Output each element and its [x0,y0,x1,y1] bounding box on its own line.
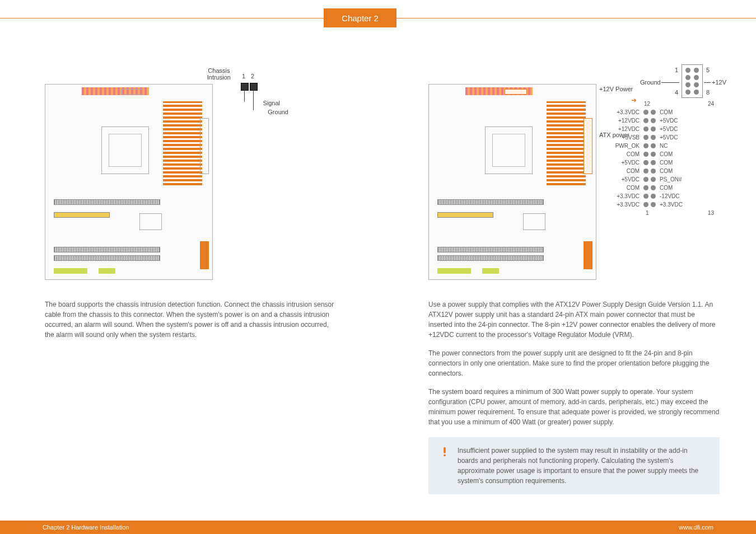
line [704,82,711,83]
exclamation-icon [438,446,450,457]
pin-dot [643,135,648,140]
dimm-slots [547,101,586,185]
note-text: Insufficient power supplied to the syste… [458,446,710,486]
power-paragraph-2: The power connectors from the power supp… [428,348,720,378]
pin-label-left: +3.3VDC [608,202,642,208]
pin-label-left: COM [608,168,642,174]
pci-slot [437,212,493,218]
pcie-slot [54,255,160,261]
24pin-connector: 12 24 +3.3VDCCOM+12VDC+5VDC+12VDC+5VDC+5… [608,101,720,216]
atx-8pin [121,89,143,95]
pin-dot [643,194,648,199]
pin-num-2: 2 [251,73,254,79]
pin1-label: 1 [675,67,678,73]
pin-dot [643,118,648,123]
pin-dot [651,202,656,207]
pin-label-left: PWR_OK [608,143,642,149]
pin-dot [643,177,648,182]
pin-label-left: +5VDC [608,176,642,182]
pin-dot [651,152,656,157]
pin-dot [651,194,656,199]
pin-label-right: +5VDC [657,134,689,140]
sata-ports [200,241,209,269]
pin-dot [651,177,656,182]
8pin-connector: 1 5 4 8 Ground +12V [682,64,703,98]
pin-label-right: COM [657,109,689,115]
line [253,91,254,110]
pin12-label: 12 [644,101,650,107]
pin-dot [643,110,648,115]
dimm-slots [163,101,202,185]
pcie-slot [437,255,544,261]
pin-dot [651,127,656,132]
pcie-slot [437,199,544,205]
pin-num-1: 1 [242,73,245,79]
pci-slot [54,212,110,218]
footer-right: www.dfi.com [679,524,713,531]
atx-24pin [200,118,209,174]
svg-rect-1 [444,447,446,453]
ground-label: Ground [268,109,288,115]
pin-label-left: +12VDC [608,126,642,132]
important-note: Insufficient power supplied to the syste… [428,437,720,494]
chapter-tab: Chapter 2 [324,8,396,27]
audio-header [437,268,471,274]
pcie-slot [54,247,160,252]
pin-label-left: +5VDC [608,160,642,166]
pin-dot [651,118,656,123]
pin-dot [651,185,656,190]
pin-label-right: COM [657,151,689,157]
power-diagram: +12V Power ATX power ➜ 1 5 4 8 Ground +1… [428,67,720,291]
plus12v-label: +12V [712,79,726,86]
pin-label-right: COM [657,185,689,191]
pin-dot [643,160,648,165]
chassis-description: The board supports the chassis intrusion… [45,299,336,340]
signal-label: Signal [263,100,280,106]
pcie-slot [54,199,160,205]
pin-label-left: +3.3VDC [608,193,642,199]
pin-dot [643,143,648,148]
chassis-pin-header [241,83,258,91]
page-footer: Chapter 2 Hardware Installation www.dfi.… [0,521,756,534]
pin24-label: 24 [708,101,714,107]
pin-label-right: PS_ON# [657,176,689,182]
board-outline [428,84,596,280]
line [244,91,245,102]
left-column: Chassis Intrusion 1 2 Signal Ground [45,67,336,340]
chassis-intrusion-label: Chassis Intrusion [207,67,231,81]
pin4-label: 4 [675,89,678,96]
pin-label-left: +3.3VDC [608,109,642,115]
chipset [139,213,162,230]
pin-label-right: -12VDC [657,193,689,199]
chipset [523,213,545,230]
pin-dot [651,168,656,174]
cpu-socket [485,127,533,174]
sata-ports [584,241,592,269]
ground-label: Ground [640,79,661,86]
pin-dot [643,152,648,157]
pin1-label: 1 [646,210,649,216]
audio-header [54,268,87,274]
atx-24pin-highlight [584,118,592,174]
pin-dot [651,110,656,115]
12v-power-label: +12V Power [599,86,633,92]
right-column: +12V Power ATX power ➜ 1 5 4 8 Ground +1… [428,67,720,494]
pin8-label: 8 [706,89,710,96]
pin-dot [643,127,648,132]
pin-dot [651,135,656,140]
atx-8pin-highlight [505,89,527,95]
pin-label-right: COM [657,160,689,166]
pin-dot [651,143,656,148]
power-paragraph-1: Use a power supply that complies with th… [428,299,720,340]
pcie-slot [437,247,544,252]
line [661,82,679,83]
power-paragraph-3: The system board requires a minimum of 3… [428,387,720,427]
svg-point-0 [444,455,446,457]
pin-label-right: COM [657,168,689,174]
pin13-label: 13 [708,210,714,216]
header [482,268,499,274]
pin-label-right: NC [657,143,689,149]
chassis-diagram: Chassis Intrusion 1 2 Signal Ground [45,67,336,291]
pin [250,83,258,91]
pin-dot [651,160,656,165]
